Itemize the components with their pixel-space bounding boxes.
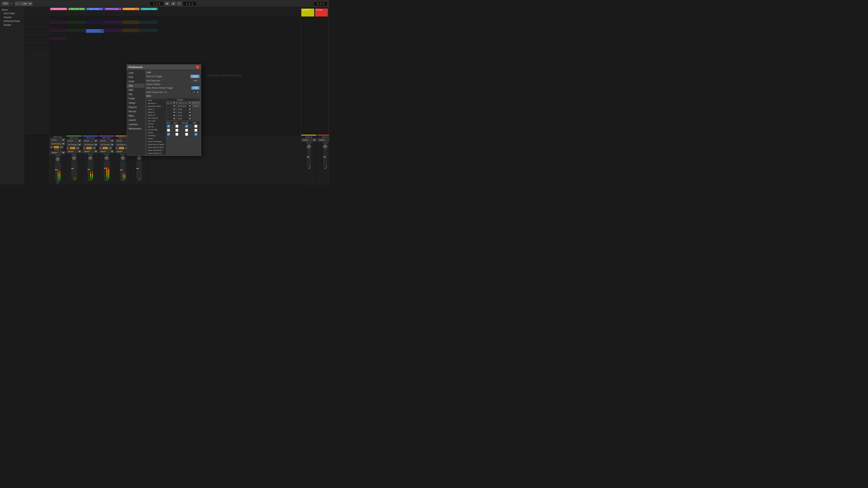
clip-slot[interactable] — [50, 29, 68, 33]
pref-nav-record[interactable]: Record — [127, 109, 145, 113]
clip-slot[interactable] — [50, 20, 68, 24]
ableton-logo[interactable]: Live — [2, 2, 9, 5]
sidebar-item-impulse[interactable]: Impulse — [0, 15, 25, 19]
clip-slot[interactable] — [68, 16, 86, 20]
sync-checkbox-1[interactable] — [176, 125, 178, 128]
cs-option-akai[interactable]: Akai Force MPC — [147, 105, 166, 108]
monitor-in-btn-2[interactable]: In — [66, 147, 70, 149]
right-pan-1[interactable] — [307, 144, 311, 149]
clip-slot[interactable] — [50, 24, 68, 29]
sidebar-item-instrument-rack[interactable]: Instrument Rack — [0, 19, 25, 23]
clip-slot[interactable] — [50, 16, 68, 20]
clip-slot[interactable] — [104, 16, 122, 20]
clip-slot[interactable] — [86, 20, 104, 24]
midi-output-select-6[interactable]: None — [177, 118, 192, 120]
midi-output-select-5[interactable]: None — [177, 114, 192, 117]
control-surface-dropdown[interactable]: None AIRA MX 1 Akai Force MPC Alesis V A… — [146, 99, 166, 155]
pref-nav-launch[interactable]: Launch — [127, 118, 145, 122]
cs-option-apc40mkii[interactable]: APC40 MkII — [147, 128, 166, 131]
monitor-auto-btn-4[interactable]: AUO — [103, 147, 108, 149]
dump-btn-2[interactable]: DUMP — [193, 105, 199, 107]
right-pan-2[interactable] — [323, 144, 328, 149]
cs-option-apc20[interactable]: APC20 — [147, 123, 166, 125]
show-tempo-toggle-btn[interactable]: Hide — [191, 86, 199, 90]
audio-to-select-3[interactable]: Master — [83, 150, 98, 153]
right-audio-to-select-2[interactable]: Master — [318, 138, 329, 142]
clip-slot[interactable] — [50, 33, 68, 37]
fader-track-3[interactable] — [88, 161, 90, 179]
clip-slot[interactable] — [104, 20, 122, 24]
clip-slot[interactable] — [122, 29, 140, 33]
pan-knob-1[interactable] — [56, 157, 60, 162]
input-channel-select[interactable]: 1/2 — [191, 90, 199, 94]
cs-option-apc-mini[interactable]: APC mini — [147, 120, 166, 123]
monitor-in-btn-5[interactable]: In — [115, 147, 119, 149]
audio-to-select-2[interactable]: Master — [66, 150, 82, 153]
remote-checkbox-1[interactable] — [185, 125, 188, 128]
cs-option-atom[interactable]: ATOM — [147, 131, 166, 134]
show-link-toggle-btn[interactable]: Show — [190, 74, 199, 78]
track-checkbox-1[interactable] — [167, 125, 170, 128]
remote-checkbox-2[interactable] — [185, 129, 188, 132]
clip-slot[interactable] — [86, 16, 104, 20]
clip-slot[interactable] — [122, 24, 140, 29]
monitor-auto-btn-3[interactable]: AUO — [86, 147, 92, 149]
mpe-checkbox-2[interactable] — [194, 129, 197, 132]
all-channels-select-3[interactable]: All Channels — [83, 143, 98, 147]
pan-knob-3[interactable] — [88, 156, 93, 160]
sync-checkbox-3[interactable] — [176, 133, 178, 136]
sync-checkbox-2[interactable] — [176, 129, 178, 132]
clip-slot[interactable] — [104, 24, 122, 29]
cs-option-alesis-vx[interactable]: Alesis VX — [147, 113, 166, 117]
preferences-close-btn[interactable]: ✕ — [196, 66, 199, 69]
fader-track-5[interactable] — [120, 161, 122, 179]
monitor-off-btn-4[interactable]: Off — [108, 147, 112, 149]
cs-option-axiom[interactable]: Axiom — [147, 137, 166, 140]
midi-output-select-1[interactable]: Arduino Leonardo — [177, 102, 192, 104]
clip-slot[interactable] — [104, 29, 122, 33]
track-header-3[interactable]: 3 Super Soiver 1 — [86, 7, 104, 16]
play-btn[interactable]: ▶ — [165, 2, 170, 5]
pref-nav-file[interactable]: File — [127, 92, 145, 96]
cs-option-alesis-v[interactable]: Alesis V — [147, 108, 166, 111]
clip-slot[interactable] — [68, 29, 86, 33]
pref-nav-midi[interactable]: MIDI — [127, 88, 145, 92]
cs-option-apc40[interactable]: APC40 — [147, 125, 166, 128]
clip-slot[interactable] — [50, 37, 68, 41]
monitor-off-btn-1[interactable]: Off — [59, 146, 63, 149]
pref-nav-folder[interactable]: Folder — [127, 96, 145, 101]
fader-track-1[interactable] — [55, 162, 57, 180]
track-header-4[interactable]: 4 Git Proc Loop — [104, 7, 122, 16]
start-stop-toggle-btn[interactable]: OFF — [191, 79, 199, 83]
audio-to-select-1[interactable]: Master — [50, 151, 65, 154]
track-checkbox-2[interactable] — [167, 129, 170, 132]
pref-nav-plugins[interactable]: Plug-ins — [127, 105, 145, 109]
pref-nav-maintenance[interactable]: Maintenance — [127, 127, 145, 131]
midi-output-select-4[interactable]: None — [177, 111, 192, 113]
pan-knob-6[interactable] — [137, 156, 142, 160]
monitor-off-btn-2[interactable]: Off — [76, 147, 80, 149]
midi-from-select-2[interactable]: All Ins — [66, 139, 82, 142]
sidebar-item-simpler[interactable]: Simpler — [0, 23, 25, 27]
right-fader-track-2[interactable] — [323, 149, 325, 167]
pref-nav-library[interactable]: Library — [127, 101, 145, 105]
right-fader-track-1[interactable] — [307, 149, 309, 167]
fader-track-4[interactable] — [104, 161, 106, 179]
midi-output-select-3[interactable]: None — [177, 108, 192, 110]
monitor-in-btn-1[interactable]: In — [50, 146, 53, 149]
remote-checkbox-3[interactable] — [185, 133, 188, 136]
track-header-1[interactable]: 1 Starshower Pad — [50, 7, 68, 16]
cs-option-none[interactable]: None — [147, 99, 166, 102]
fader-track-6[interactable] — [136, 161, 138, 179]
all-channels-select-1[interactable]: All Channels — [50, 142, 65, 145]
midi-from-select-1[interactable]: All Ins — [50, 138, 65, 142]
pref-nav-look[interactable]: Look — [127, 71, 145, 75]
pref-nav-warp[interactable]: Warp — [127, 113, 145, 118]
track-header-6[interactable]: 6 Sweeper Saege — [140, 7, 158, 16]
monitor-auto-btn-1[interactable]: AUO — [54, 146, 59, 149]
monitor-in-btn-3[interactable]: In — [83, 147, 86, 149]
mpe-checkbox-1[interactable] — [194, 125, 197, 128]
mpe-checkbox-3[interactable] — [194, 133, 197, 136]
all-channels-select-2[interactable]: All Channels — [66, 143, 82, 147]
midi-output-select-2[interactable]: MPKmini2 — [177, 105, 192, 107]
